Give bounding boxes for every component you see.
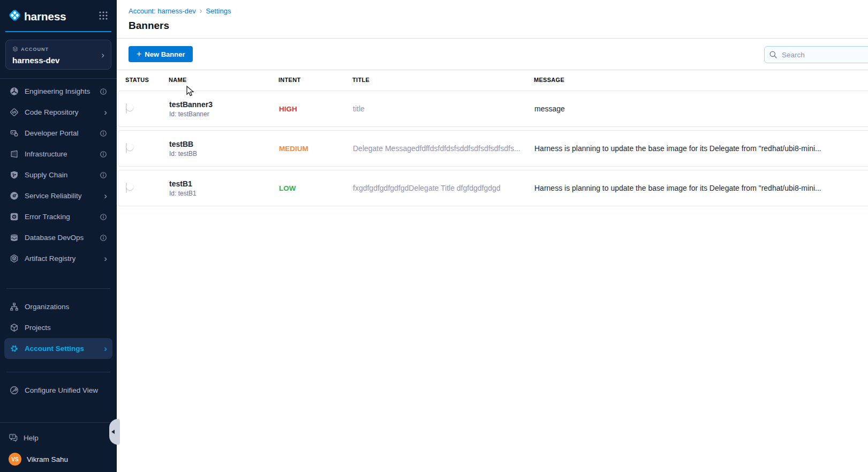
sidebar-item-label: Configure Unified View bbox=[25, 386, 107, 394]
divider bbox=[6, 372, 110, 372]
main-content: Account: harness-dev › Settings Banners … bbox=[117, 0, 868, 472]
sidebar-item-label: Account Settings bbox=[25, 344, 104, 353]
column-header-message: MESSAGE bbox=[534, 77, 868, 83]
harness-logo-icon[interactable] bbox=[7, 8, 22, 25]
banner-title: title bbox=[353, 104, 534, 113]
general-nav: Organizations Projects Account Settings … bbox=[0, 294, 117, 359]
divider bbox=[0, 422, 117, 423]
banner-message: Harness is planning to update the base i… bbox=[534, 144, 868, 153]
sidebar-item-label: Engineering Insights bbox=[25, 87, 100, 95]
sidebar-item-label: Developer Portal bbox=[25, 129, 100, 137]
sidebar-item-artifact-registry[interactable]: Artifact Registry › bbox=[4, 248, 112, 269]
chevron-right-icon: › bbox=[104, 191, 107, 200]
sidebar-item-developer-portal[interactable]: Developer Portal bbox=[4, 123, 112, 144]
status-toggle[interactable] bbox=[126, 103, 127, 114]
table-row[interactable]: testB1 Id: testB1 LOW fxgdfgdfgdfgdfgdDe… bbox=[118, 170, 868, 206]
table-header: STATUS NAME INTENT TITLE MESSAGE bbox=[117, 70, 868, 89]
organizations-icon bbox=[10, 302, 19, 311]
search-input[interactable] bbox=[764, 46, 868, 63]
banner-id: Id: testBB bbox=[169, 150, 279, 158]
developer-portal-icon bbox=[10, 129, 19, 138]
breadcrumb-settings-link[interactable]: Settings bbox=[206, 7, 231, 15]
sidebar-item-service-reliability[interactable]: Service Reliability › bbox=[4, 185, 112, 206]
table-row[interactable]: testBB Id: testBB MEDIUM Delegate Messag… bbox=[118, 130, 868, 167]
database-devops-icon bbox=[10, 233, 19, 242]
sidebar-item-configure-unified-view[interactable]: Configure Unified View bbox=[4, 380, 112, 401]
sidebar-item-label: Code Repository bbox=[25, 108, 104, 116]
chevron-right-icon: › bbox=[101, 50, 104, 59]
help-chat-icon: ? bbox=[9, 433, 18, 443]
new-banner-button[interactable]: + New Banner bbox=[129, 46, 193, 62]
sidebar-item-infrastructure[interactable]: Infrastructure bbox=[4, 144, 112, 164]
sidebar-item-supply-chain[interactable]: Supply Chain bbox=[4, 164, 112, 185]
banner-title: fxgdfgdfgdfgdfgdDelegate Title dfgfdgdfg… bbox=[353, 184, 534, 192]
sidebar-item-account-settings[interactable]: Account Settings › bbox=[4, 338, 112, 359]
sidebar-collapse-handle[interactable] bbox=[109, 419, 120, 445]
sidebar-item-help[interactable]: ? Help bbox=[0, 428, 117, 447]
banner-message: message bbox=[534, 104, 868, 113]
chevron-right-icon: › bbox=[104, 254, 107, 263]
wrench-circle-icon bbox=[10, 386, 19, 395]
toggle-knob bbox=[126, 183, 133, 190]
sidebar-item-label: Artifact Registry bbox=[25, 254, 104, 263]
new-banner-button-label: New Banner bbox=[145, 50, 185, 58]
info-icon[interactable] bbox=[100, 130, 107, 137]
account-name: harness-dev bbox=[12, 56, 101, 65]
account-selector[interactable]: ACCOUNT harness-dev › bbox=[5, 40, 111, 70]
sidebar-item-error-tracking[interactable]: Error Tracking bbox=[4, 206, 112, 227]
sidebar-item-database-devops[interactable]: Database DevOps bbox=[4, 227, 112, 248]
intent-badge: HIGH bbox=[279, 105, 353, 113]
logo-wordmark: harness bbox=[24, 10, 99, 23]
page-header: Account: harness-dev › Settings Banners bbox=[117, 0, 868, 39]
sidebar-item-label: Database DevOps bbox=[25, 234, 100, 242]
sidebar-item-label: Supply Chain bbox=[25, 171, 100, 179]
svg-text:?: ? bbox=[12, 434, 14, 438]
module-nav: Engineering Insights Code Repository › D… bbox=[0, 79, 117, 269]
toggle-knob bbox=[126, 104, 133, 111]
code-repository-icon bbox=[10, 108, 19, 117]
column-header-name: NAME bbox=[169, 77, 278, 83]
sidebar: harness ACCOUNT harness-dev bbox=[0, 0, 117, 472]
sidebar-item-label: Service Reliability bbox=[25, 192, 104, 200]
column-header-intent: INTENT bbox=[278, 77, 352, 83]
banner-list: testBanner3 Id: testBanner HIGH title me… bbox=[117, 89, 868, 206]
banner-title: Delegate Messagedfdffdsfdfdsfsddfsdfsdfs… bbox=[353, 144, 534, 153]
app-launcher-icon[interactable] bbox=[99, 11, 108, 23]
sidebar-item-code-repository[interactable]: Code Repository › bbox=[4, 102, 112, 123]
sidebar-item-engineering-insights[interactable]: Engineering Insights bbox=[4, 81, 112, 102]
info-icon[interactable] bbox=[100, 213, 107, 221]
status-toggle[interactable] bbox=[126, 143, 127, 153]
banner-name: testBanner3 bbox=[169, 100, 279, 109]
column-header-status: STATUS bbox=[125, 77, 169, 83]
divider bbox=[6, 288, 110, 289]
chevron-right-icon: › bbox=[104, 108, 107, 117]
sidebar-item-label: Infrastructure bbox=[25, 150, 100, 158]
info-icon[interactable] bbox=[100, 171, 107, 179]
account-label: ACCOUNT bbox=[21, 47, 49, 52]
artifact-registry-icon bbox=[10, 254, 19, 263]
info-icon[interactable] bbox=[100, 151, 107, 158]
info-icon[interactable] bbox=[100, 234, 107, 242]
breadcrumb-separator-icon: › bbox=[200, 6, 202, 15]
status-toggle[interactable] bbox=[126, 183, 127, 193]
info-icon[interactable] bbox=[100, 88, 107, 95]
infrastructure-icon bbox=[10, 149, 19, 159]
chevron-right-icon: › bbox=[104, 344, 107, 353]
sidebar-item-label: Organizations bbox=[25, 303, 107, 311]
projects-icon bbox=[10, 323, 19, 332]
sidebar-item-projects[interactable]: Projects bbox=[4, 317, 112, 338]
page-title: Banners bbox=[129, 20, 868, 32]
banner-name: testBB bbox=[169, 140, 279, 148]
breadcrumb-account-link[interactable]: Account: harness-dev bbox=[129, 7, 196, 15]
toolbar: + New Banner bbox=[117, 39, 868, 70]
table-row[interactable]: testBanner3 Id: testBanner HIGH title me… bbox=[118, 91, 868, 127]
help-label: Help bbox=[24, 434, 39, 442]
column-header-title: TITLE bbox=[352, 77, 534, 83]
sidebar-item-organizations[interactable]: Organizations bbox=[4, 296, 112, 317]
layers-icon bbox=[12, 44, 18, 54]
gear-icon bbox=[10, 344, 19, 353]
user-name: Vikram Sahu bbox=[27, 455, 68, 463]
collapse-arrow-icon bbox=[111, 430, 115, 434]
sidebar-item-label: Error Tracking bbox=[25, 213, 100, 221]
user-profile[interactable]: VS Vikram Sahu bbox=[0, 447, 117, 472]
